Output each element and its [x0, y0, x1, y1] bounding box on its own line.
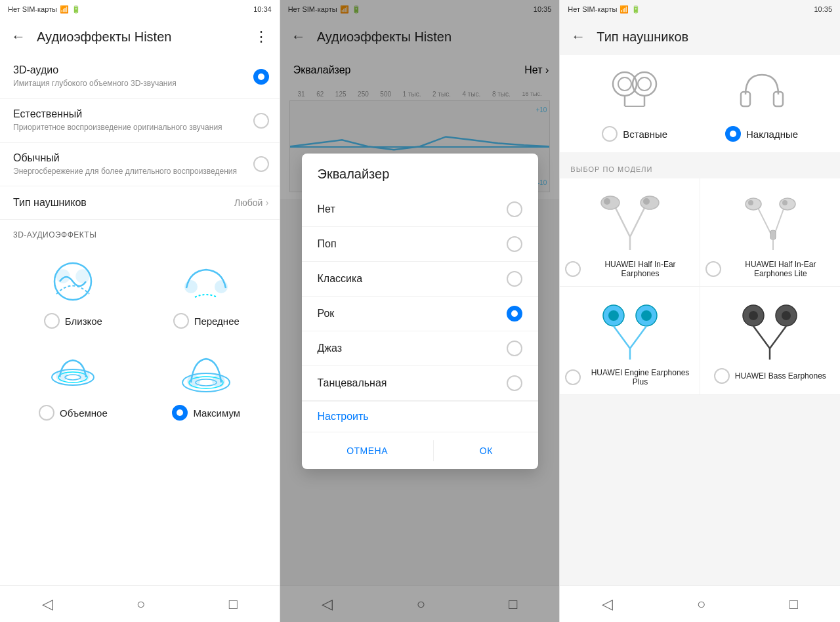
radio-natural[interactable] — [253, 113, 269, 129]
dialog-option-classic[interactable]: Классика — [302, 262, 538, 297]
svg-line-25 — [630, 204, 646, 237]
dialog-option-dance[interactable]: Танцевальная — [302, 366, 538, 401]
setting-3d-desc: Имитация глубокого объемного 3D-звучания — [13, 78, 253, 89]
option-rock-label: Рок — [318, 308, 335, 320]
model-half-in-ear-lite[interactable]: HUAWEI Half In-Ear Earphones Lite — [700, 178, 840, 287]
headphone-type-label: Тип наушников — [13, 197, 87, 209]
top-bar-3: ← Тип наушников — [560, 18, 840, 55]
radio-max-effect[interactable] — [172, 405, 188, 421]
section-3d-effects: 3D-АУДИОЭФФЕКТЫ — [0, 220, 280, 245]
setting-natural-desc: Приоритетное воспроизведение оригинально… — [13, 122, 253, 133]
svg-point-19 — [638, 77, 651, 91]
radio-pop[interactable] — [507, 236, 522, 252]
headphone-type-nav[interactable]: Тип наушников Любой › — [0, 186, 280, 220]
dialog-option-rock[interactable]: Рок — [302, 297, 538, 331]
effect-max[interactable]: Максимум — [140, 337, 273, 428]
svg-point-49 — [782, 311, 791, 320]
nav-back-icon-3[interactable]: ◁ — [602, 596, 613, 613]
effect-close[interactable]: Близкое — [7, 245, 140, 337]
svg-point-16 — [618, 77, 631, 91]
model-bass[interactable]: HUAWEI Bass Earphones — [700, 287, 840, 395]
page-title-3: Тип наушников — [591, 30, 835, 45]
dialog-option-pop[interactable]: Поп — [302, 227, 538, 262]
svg-point-27 — [640, 196, 659, 209]
model-half-in-ear[interactable]: HUAWEI Half In-Ear Earphones — [560, 178, 700, 287]
headphone-type-grid: Вставные Накладные — [560, 55, 840, 152]
nav-recent-icon-1[interactable]: □ — [229, 596, 238, 613]
radio-close-effect[interactable] — [44, 313, 60, 329]
effect-front[interactable]: Переднее — [140, 245, 273, 337]
type-overhead-label: Накладные — [746, 129, 798, 140]
radio-half-in-ear[interactable] — [565, 261, 581, 277]
radio-none[interactable] — [507, 201, 522, 217]
back-button-3[interactable]: ← — [565, 24, 591, 50]
option-pop-label: Поп — [318, 238, 337, 250]
radio-bass[interactable] — [714, 368, 730, 384]
model-bass-label: HUAWEI Bass Earphones — [735, 371, 826, 381]
radio-dance[interactable] — [507, 375, 522, 391]
svg-point-3 — [185, 281, 197, 293]
panel-headphone-type: Нет SIM-карты 📶 🔋 10:35 ← Тип наушников — [560, 0, 840, 622]
more-button-1[interactable]: ⋮ — [248, 24, 274, 50]
effect-surround-icon — [40, 347, 106, 400]
option-dance-label: Танцевальная — [318, 377, 387, 389]
nav-back-icon-1[interactable]: ◁ — [42, 596, 53, 613]
model-engine-plus[interactable]: HUAWEI Engine Earphones Plus — [560, 287, 700, 395]
setting-normal[interactable]: Обычный Энергосбережение для более длите… — [0, 143, 280, 187]
setting-normal-desc: Энергосбережение для более длительного в… — [13, 166, 253, 177]
dialog-overlay[interactable]: Эквалайзер Нет Поп Классика Рок Джаз — [280, 0, 560, 622]
chevron-right-icon: › — [265, 197, 268, 209]
back-button-1[interactable]: ← — [5, 24, 32, 50]
model-grid: HUAWEI Half In-Ear Earphones — [560, 178, 840, 395]
svg-point-42 — [641, 310, 652, 321]
svg-point-26 — [601, 196, 620, 209]
svg-point-4 — [215, 281, 227, 293]
option-none-label: Нет — [318, 203, 335, 215]
ok-button[interactable]: ОК — [467, 438, 506, 464]
radio-engine-plus[interactable] — [565, 369, 581, 385]
radio-overhead[interactable] — [725, 126, 741, 142]
radio-3d-audio[interactable] — [253, 69, 269, 85]
effect-close-label: Близкое — [65, 316, 102, 327]
svg-line-44 — [630, 326, 646, 348]
radio-half-in-ear-lite[interactable] — [705, 261, 721, 277]
top-bar-1: ← Аудиоэффекты Histen ⋮ — [0, 18, 280, 55]
dialog-option-jazz[interactable]: Джаз — [302, 331, 538, 366]
svg-point-2 — [76, 270, 89, 283]
setting-3d-audio[interactable]: 3D-аудио Имитация глубокого объемного 3D… — [0, 55, 280, 99]
effect-surround[interactable]: Объемное — [7, 337, 140, 428]
radio-surround-effect[interactable] — [39, 405, 54, 421]
nav-home-icon-3[interactable]: ○ — [697, 596, 705, 613]
svg-line-43 — [614, 326, 630, 348]
type-overhead[interactable]: Накладные — [725, 66, 798, 142]
radio-rock[interactable] — [507, 306, 522, 321]
svg-line-51 — [770, 326, 786, 348]
nav-home-icon-1[interactable]: ○ — [136, 596, 145, 613]
dialog-title: Эквалайзер — [302, 167, 538, 192]
radio-normal[interactable] — [253, 156, 269, 172]
svg-point-34 — [780, 198, 795, 210]
status-bar-3: Нет SIM-карты 📶 🔋 10:35 — [560, 0, 840, 18]
model-half-in-ear-lite-label: HUAWEI Half In-Ear Earphones Lite — [726, 260, 835, 278]
effect-max-icon — [173, 347, 239, 400]
dialog-divider — [433, 440, 434, 461]
radio-front-effect[interactable] — [173, 313, 189, 329]
radio-jazz[interactable] — [507, 341, 522, 356]
nav-recent-icon-3[interactable]: □ — [789, 596, 798, 613]
svg-line-24 — [614, 204, 630, 237]
radio-classic[interactable] — [507, 271, 522, 287]
dialog-actions: ОТМЕНА ОК — [302, 432, 538, 469]
bottom-nav-3: ◁ ○ □ — [560, 585, 840, 622]
type-earbuds[interactable]: Вставные — [602, 66, 667, 142]
radio-earbuds[interactable] — [602, 126, 618, 142]
headphone-type-value: Любой — [234, 197, 262, 208]
customize-button[interactable]: Настроить — [302, 401, 538, 432]
effects-grid: Близкое Переднее — [0, 245, 280, 428]
svg-point-40 — [608, 310, 619, 321]
dialog-option-none[interactable]: Нет — [302, 192, 538, 227]
svg-point-36 — [782, 200, 788, 205]
cancel-button[interactable]: ОТМЕНА — [333, 438, 401, 464]
page-title-1: Аудиоэффекты Histen — [32, 30, 248, 45]
type-earbuds-label: Вставные — [623, 129, 667, 140]
setting-natural[interactable]: Естественный Приоритетное воспроизведени… — [0, 99, 280, 143]
